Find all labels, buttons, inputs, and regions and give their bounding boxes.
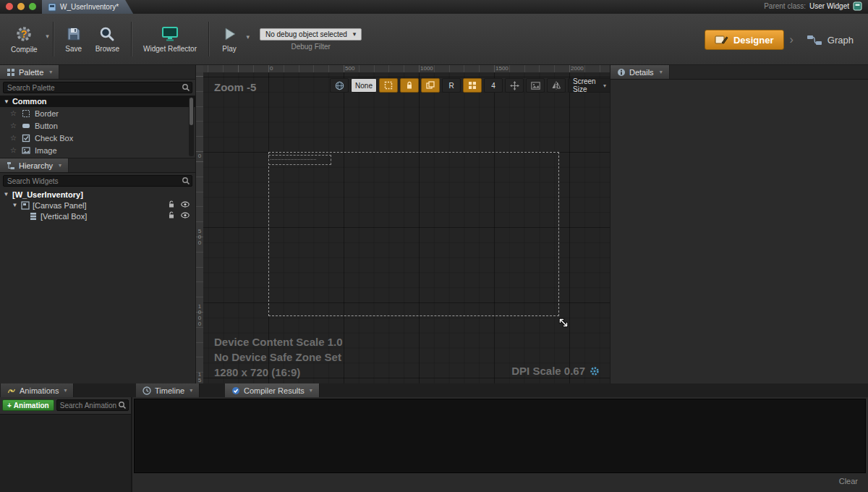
widget-reflector-label: Widget Reflector [143,45,197,53]
toolbar-separator [131,22,132,56]
expander-icon[interactable]: ▼ [3,191,9,198]
designer-viewport[interactable]: 0 500 1000 1500 2000 0 500 1000 15 Zoom … [196,65,610,383]
compile-dropdown-caret[interactable]: ▾ [46,33,49,40]
animations-icon [7,386,16,395]
window-minimize-button[interactable] [17,3,25,10]
tab-options-caret[interactable]: ▾ [310,387,312,394]
expander-icon[interactable]: ▼ [12,202,18,208]
respect-locks-label: R [448,82,454,90]
translate-mode-button[interactable] [505,78,524,93]
details-info-icon [617,68,626,77]
visibility-eye-icon[interactable] [181,201,190,208]
palette-item-button[interactable]: ☆ Button [0,119,195,132]
unlock-icon[interactable] [168,200,175,208]
add-animation-button[interactable]: + Animation [2,399,54,411]
hierarchy-search-input[interactable] [3,175,192,187]
layers-toggle-button[interactable] [421,78,440,93]
dpi-settings-gear-icon[interactable] [590,366,600,376]
flow-direction-button[interactable]: None [351,78,377,93]
designer-mode-button[interactable]: Designer [705,30,784,50]
browse-button[interactable]: Browse [89,22,126,56]
compile-button[interactable]: ? Compile ▾ [4,21,48,57]
hierarchy-node-vertical-box[interactable]: [Vertical Box] [0,211,195,221]
plus-icon: + [7,402,12,410]
unlock-icon[interactable] [168,211,175,219]
grid-snap-toggle-button[interactable] [463,78,482,93]
node-controls [168,211,190,219]
tab-options-caret[interactable]: ▾ [64,387,67,394]
respect-locks-button[interactable]: R [442,78,461,93]
animation-list[interactable] [0,414,131,492]
details-tab[interactable]: Details ▾ [610,65,670,79]
document-tab-title: W_UserInventory* [60,3,119,11]
hierarchy-icon [7,161,15,170]
play-button[interactable]: Play ▾ [214,22,248,56]
ruler-mark: 500 [345,65,354,72]
details-tab-options-caret[interactable]: ▾ [660,69,663,75]
palette-tab[interactable]: Palette ▾ [0,65,59,79]
favorite-star-icon[interactable]: ☆ [10,122,17,130]
lock-icon [406,81,413,90]
graph-mode-button[interactable]: Graph [799,31,861,49]
widget-placeholder-line [271,159,316,160]
localization-preview-button[interactable] [330,78,349,93]
tab-timeline[interactable]: Timeline ▾ [136,383,200,397]
tab-animations[interactable]: Animations ▾ [1,383,74,397]
tab-animations-label: Animations [20,386,59,395]
palette-item-image[interactable]: ☆ Image [0,144,195,156]
hierarchy-node-root[interactable]: ▼ [W_UserInventory] [0,189,195,200]
widget-reflector-icon [161,25,179,43]
document-tab[interactable]: W_UserInventory* [42,0,133,14]
palette-category-common[interactable]: ▼ Common [0,96,195,107]
window-zoom-button[interactable] [29,3,36,10]
window-close-button[interactable] [6,3,13,10]
palette-tab-options-caret[interactable]: ▾ [49,69,52,75]
bottom-dock: Animations ▾ Timeline ▾ Compiler Results… [0,383,868,492]
ruler-mark: 2000 [571,65,584,72]
expander-icon[interactable]: ▼ [4,98,9,105]
palette-scrollbar[interactable] [189,97,194,156]
favorite-star-icon[interactable]: ☆ [10,109,17,117]
ruler-mark: 500 [197,229,203,246]
clear-log-button[interactable]: Clear [839,477,858,485]
palette-item-border[interactable]: ☆ Border [0,107,195,119]
compiler-log-output[interactable] [134,399,866,473]
tab-compiler-results[interactable]: Compiler Results ▾ [225,383,320,397]
parent-class-info: Parent class: User Widget [764,1,862,11]
visibility-eye-icon[interactable] [181,212,190,219]
vertical-box-icon [29,212,38,221]
preview-background-button[interactable] [526,78,545,93]
save-button[interactable]: Save [59,22,89,56]
hierarchy-searchbox [3,175,192,187]
hierarchy-tab[interactable]: Hierarchy ▾ [0,158,69,172]
palette-searchbox [3,82,192,93]
tab-options-caret[interactable]: ▾ [190,387,192,394]
palette-search-input[interactable] [3,82,192,93]
palette-item-checkbox[interactable]: ☆ Check Box [0,132,195,144]
lock-widgets-button[interactable] [400,78,419,93]
favorite-star-icon[interactable]: ☆ [10,146,17,154]
flip-preview-button[interactable] [547,78,566,93]
widget-reflector-button[interactable]: Widget Reflector [137,22,203,56]
compile-label: Compile [11,46,38,54]
search-icon [182,83,190,92]
image-widget-icon [22,146,30,155]
hierarchy-tab-options-caret[interactable]: ▾ [59,162,61,169]
play-dropdown-caret[interactable]: ▾ [246,33,250,41]
graph-label: Graph [827,35,854,46]
preview-canvas-outline[interactable] [268,152,559,316]
scrollbar-thumb[interactable] [190,98,193,125]
selected-widget-outline[interactable] [268,155,331,165]
designer-label: Designer [733,35,774,46]
outlines-toggle-button[interactable] [379,78,398,93]
grid-snap-size-button[interactable]: 4 [484,78,503,93]
button-widget-icon [22,122,30,130]
graph-icon [807,35,822,46]
designer-canvas-area[interactable]: Zoom -5 None [203,72,610,383]
image-icon [531,82,540,90]
screen-size-dropdown[interactable]: Screen Size ▾ [568,78,610,93]
hierarchy-node-canvas-panel[interactable]: ▼ [Canvas Panel] [0,200,195,211]
debug-object-dropdown[interactable]: No debug object selected ▾ [260,28,362,41]
ruler-mark: 15 [197,372,203,383]
favorite-star-icon[interactable]: ☆ [10,134,17,142]
